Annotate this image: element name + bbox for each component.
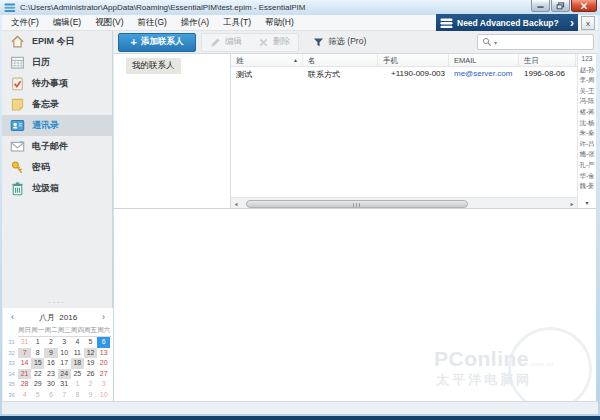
calendar-day[interactable]: 23 xyxy=(44,369,57,380)
calendar-day[interactable]: 6 xyxy=(97,337,110,348)
index-strip-item[interactable]: 华-金 xyxy=(578,171,596,182)
index-strip-item[interactable]: 123 xyxy=(578,54,596,65)
scrollbar-thumb[interactable] xyxy=(246,200,468,208)
calendar-day[interactable]: 10 xyxy=(58,348,71,359)
sidebar-item-epim-today[interactable]: EPIM 今日 xyxy=(2,31,112,52)
group-item-my-contacts[interactable]: 我的联系人 xyxy=(126,58,181,74)
calendar-day[interactable]: 1 xyxy=(31,337,44,348)
calendar-day[interactable]: 27 xyxy=(97,369,110,380)
index-strip-item[interactable]: 魏-姜 xyxy=(578,181,596,192)
calendar-day[interactable]: 4 xyxy=(18,390,31,401)
index-strip-item[interactable]: 褚-蒋 xyxy=(578,107,596,118)
menu-item[interactable]: 操作(A) xyxy=(174,15,216,31)
search-box[interactable]: ▾ xyxy=(477,34,594,50)
calendar-day[interactable]: 11 xyxy=(71,348,84,359)
banner-close-button[interactable]: x xyxy=(581,16,595,30)
close-button[interactable] xyxy=(571,0,597,12)
calendar-day[interactable]: 15 xyxy=(31,358,44,369)
calendar-day[interactable]: 5 xyxy=(84,337,97,348)
calendar-day[interactable]: 14 xyxy=(18,358,31,369)
sidebar-item-notes[interactable]: 备忘录 xyxy=(2,94,112,115)
index-strip-item[interactable]: 吴-王 xyxy=(578,86,596,97)
calendar-day[interactable]: 18 xyxy=(71,358,84,369)
sidebar-item-calendar[interactable]: 日历 xyxy=(2,52,112,73)
column-header[interactable]: 手机 xyxy=(378,54,449,66)
index-strip-item[interactable]: 施-张 xyxy=(578,149,596,160)
calendar-day[interactable]: 12 xyxy=(84,348,97,359)
calendar-day[interactable]: 7 xyxy=(18,348,31,359)
table-cell[interactable]: me@server.com xyxy=(449,67,519,80)
calendar-day[interactable]: 20 xyxy=(97,358,110,369)
calendar-day[interactable]: 2 xyxy=(44,337,57,348)
calendar-day[interactable]: 6 xyxy=(44,390,57,401)
index-strip-item[interactable]: 冯-陈 xyxy=(578,96,596,107)
filter-button[interactable]: 筛选 (Pro) xyxy=(305,31,374,53)
add-contact-button[interactable]: + 添加联系人 xyxy=(118,33,196,52)
menu-item[interactable]: 前往(G) xyxy=(131,15,174,31)
menu-item[interactable]: 视图(V) xyxy=(88,15,130,31)
sidebar-item-contacts[interactable]: 通讯录 xyxy=(2,115,112,136)
calendar-day[interactable]: 4 xyxy=(71,337,84,348)
sidebar-item-todo[interactable]: 待办事项 xyxy=(2,73,112,94)
search-input[interactable] xyxy=(497,38,589,47)
calendar-day[interactable]: 8 xyxy=(31,348,44,359)
table-cell[interactable]: 联系方式 xyxy=(303,67,378,80)
calendar-day[interactable]: 13 xyxy=(97,348,110,359)
calendar-day[interactable]: 5 xyxy=(31,390,44,401)
calendar-day[interactable]: 30 xyxy=(44,379,57,390)
calendar-day[interactable]: 29 xyxy=(31,379,44,390)
calendar-day[interactable]: 28 xyxy=(18,379,31,390)
calendar-day[interactable]: 31 xyxy=(58,379,71,390)
calendar-day[interactable]: 19 xyxy=(84,358,97,369)
calendar-day[interactable]: 10 xyxy=(97,390,110,401)
index-strip-item[interactable]: 沈-杨 xyxy=(578,118,596,129)
table-row[interactable]: 测试联系方式+1190-009-003me@server.com1996-08-… xyxy=(231,67,577,80)
table-cell[interactable]: 测试 xyxy=(231,67,303,80)
column-header[interactable]: 名 xyxy=(303,54,378,66)
menu-item[interactable]: 文件(F) xyxy=(4,15,46,31)
calendar-day[interactable]: 16 xyxy=(44,358,57,369)
calendar-day[interactable]: 25 xyxy=(71,369,84,380)
index-strip-item[interactable]: 赵-孙 xyxy=(578,65,596,76)
calendar-day[interactable]: 9 xyxy=(84,390,97,401)
calendar-day[interactable]: 3 xyxy=(58,337,71,348)
calendar-day[interactable]: 24 xyxy=(58,369,71,380)
calendar-day[interactable]: 1 xyxy=(71,379,84,390)
calendar-day[interactable]: 7 xyxy=(58,390,71,401)
menu-item[interactable]: 帮助(H) xyxy=(258,15,301,31)
scroll-right-arrow-icon[interactable]: ▸ xyxy=(567,200,577,207)
column-header[interactable]: EMAIL xyxy=(449,54,519,66)
sidebar-item-trash[interactable]: 垃圾箱 xyxy=(2,178,112,199)
table-cell[interactable]: 1996-08-06 xyxy=(519,67,576,80)
column-header[interactable]: 姓▲ xyxy=(231,54,303,66)
calendar-day[interactable]: 17 xyxy=(58,358,71,369)
calendar-day[interactable]: 2 xyxy=(84,379,97,390)
index-strip-item[interactable]: 李-周 xyxy=(578,75,596,86)
calendar-day[interactable]: 9 xyxy=(44,348,57,359)
horizontal-scrollbar[interactable]: ◂ ▸ xyxy=(231,197,577,208)
edit-button[interactable]: 编辑 xyxy=(202,34,250,51)
calendar-day[interactable]: 8 xyxy=(71,390,84,401)
advanced-backup-banner[interactable]: Need Advanced Backup? › xyxy=(436,14,578,32)
sidebar-item-passwords[interactable]: 密码 xyxy=(2,157,112,178)
next-month-button[interactable]: › xyxy=(102,312,105,322)
menu-item[interactable]: 工具(T) xyxy=(216,15,258,31)
delete-button[interactable]: 删除 xyxy=(250,34,298,51)
calendar-day[interactable]: 21 xyxy=(18,369,31,380)
menu-item[interactable]: 编辑(E) xyxy=(46,15,88,31)
table-cell[interactable]: +1190-009-003 xyxy=(378,67,449,80)
index-strip-item[interactable]: 孔-严 xyxy=(578,160,596,171)
index-strip-item[interactable]: 许-吕 xyxy=(578,139,596,150)
sidebar-item-email[interactable]: 电子邮件 xyxy=(2,136,112,157)
calendar-day[interactable]: 26 xyxy=(84,369,97,380)
column-header[interactable]: 生日 xyxy=(519,54,576,66)
minimize-button[interactable] xyxy=(531,0,550,12)
calendar-day[interactable]: 3 xyxy=(97,379,110,390)
scroll-left-arrow-icon[interactable]: ◂ xyxy=(231,200,241,207)
restore-button[interactable] xyxy=(551,0,570,12)
index-strip-item[interactable]: 朱-秦 xyxy=(578,128,596,139)
calendar-day[interactable]: 22 xyxy=(31,369,44,380)
sidebar-splitter-handle[interactable]: ···· xyxy=(2,299,112,307)
index-more-arrow-icon[interactable]: ▾ xyxy=(578,199,596,206)
calendar-day[interactable]: 31 xyxy=(18,337,31,348)
